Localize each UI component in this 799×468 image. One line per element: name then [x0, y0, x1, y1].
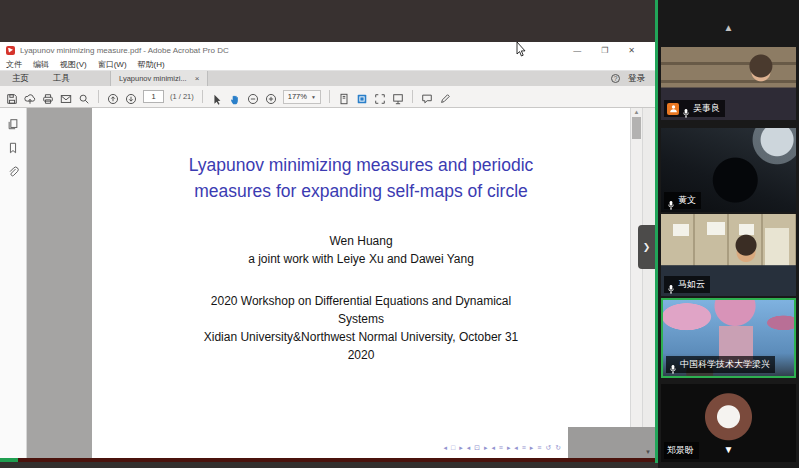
menu-window[interactable]: 窗口(W) — [98, 59, 127, 70]
next-page-icon[interactable] — [125, 91, 137, 103]
slide-event-line3: Xidian University&Northwest Normal Unive… — [92, 328, 630, 346]
save-icon[interactable] — [6, 91, 18, 103]
menu-bar: 文件 编辑 视图(V) 窗口(W) 帮助(H) — [0, 58, 655, 71]
hand-tool-icon[interactable] — [229, 91, 241, 103]
acrobat-window: Lyapunov minimizing measure.pdf - Adobe … — [0, 42, 655, 458]
letterbox-bottom — [0, 462, 658, 468]
participant-video-huangwen[interactable]: 黄文 — [661, 128, 796, 212]
participant-label: 黄文 — [664, 192, 701, 209]
scrollbar-up-icon[interactable]: ▲ — [631, 109, 642, 115]
participant-label: 马如云 — [664, 276, 710, 293]
window-title: Lyapunov minimizing measure.pdf - Adobe … — [20, 46, 229, 55]
participant-label: 中国科学技术大学梁兴 — [666, 356, 775, 373]
mic-icon — [669, 360, 677, 370]
mic-icon — [667, 280, 675, 290]
toolbar-separator — [412, 90, 413, 103]
document-area: Lyapunov minimizing measures and periodi… — [0, 108, 655, 458]
slide-event-line2: Systems — [92, 310, 630, 328]
slide-authors: Wen Huang a joint work with Leiye Xu and… — [92, 232, 630, 268]
page-count-label: (1 / 21) — [170, 92, 194, 101]
slide-title-line1: Lyapunov minimizing measures and periodi… — [92, 152, 630, 178]
host-badge-icon — [667, 103, 679, 115]
zoom-in-icon[interactable] — [265, 91, 277, 103]
previous-page-icon[interactable] — [107, 91, 119, 103]
navigation-rail — [0, 108, 27, 458]
participant-name: 中国科学技术大学梁兴 — [680, 358, 770, 371]
participant-video-liangxing-active[interactable]: 中国科学技术大学梁兴 — [661, 298, 796, 378]
slide-event-line4: 2020 — [92, 346, 630, 364]
participant-label: 吴事良 — [664, 100, 725, 117]
email-icon[interactable] — [60, 91, 72, 103]
minimize-button[interactable]: — — [573, 46, 581, 55]
select-tool-icon[interactable] — [211, 91, 223, 103]
document-tab-label: Lyapunov minimizi... — [119, 74, 187, 83]
help-icon[interactable]: ? — [611, 74, 620, 83]
tab-document[interactable]: Lyapunov minimizi... × — [110, 71, 208, 86]
scrollbar-thumb[interactable] — [632, 117, 641, 139]
tab-tools[interactable]: 工具 — [41, 73, 82, 85]
beamer-navigation-symbols[interactable]: ◂ □ ▸ ◂ ⊡ ▸ ◂ ≡ ▸ ◂ ≡ ▸ ≡ ↺ ↻ — [444, 444, 562, 452]
restore-button[interactable]: ❐ — [601, 46, 608, 55]
participants-scroll-down-icon[interactable]: ▼ — [658, 444, 799, 455]
slide-event: 2020 Workshop on Differential Equations … — [92, 292, 630, 364]
bookmarks-panel-icon[interactable] — [7, 140, 19, 152]
participant-name: 吴事良 — [693, 102, 720, 115]
participants-scroll-up-icon[interactable]: ▲ — [658, 22, 799, 33]
fullscreen-icon[interactable] — [374, 91, 386, 103]
participant-name: 马如云 — [678, 278, 705, 291]
zoom-out-icon[interactable] — [247, 91, 259, 103]
page-number-input[interactable] — [143, 90, 164, 103]
read-mode-icon[interactable] — [392, 91, 404, 103]
participant-name: 黄文 — [678, 194, 696, 207]
tools-pane-toggle-button[interactable]: ❯ — [638, 225, 655, 269]
attachments-panel-icon[interactable] — [7, 164, 19, 176]
vertical-scrollbar[interactable]: ▲ — [630, 108, 642, 458]
tab-home[interactable]: 主页 — [0, 73, 41, 85]
slide-joint-work: a joint work with Leiye Xu and Dawei Yan… — [92, 250, 630, 268]
slide-author: Wen Huang — [92, 232, 630, 250]
participant-video-maruyun[interactable]: 马如云 — [661, 214, 796, 296]
scroll-mode-icon[interactable] — [338, 91, 350, 103]
mic-icon — [682, 104, 690, 114]
menu-help[interactable]: 帮助(H) — [138, 59, 165, 70]
toolbar-separator — [202, 90, 203, 103]
mic-icon — [667, 196, 675, 206]
search-icon[interactable] — [78, 91, 90, 103]
zoom-level-value: 177% — [288, 92, 307, 101]
zoom-level-dropdown[interactable]: 177% ▼ — [283, 90, 321, 104]
toolbar: (1 / 21) 177% ▼ — [0, 86, 655, 108]
slide-title: Lyapunov minimizing measures and periodi… — [92, 152, 630, 204]
screen-share-region: Lyapunov minimizing measure.pdf - Adobe … — [0, 0, 658, 468]
highlight-pencil-icon[interactable] — [439, 91, 451, 103]
close-button[interactable]: ✕ — [628, 46, 635, 55]
chevron-down-icon: ▼ — [311, 94, 316, 100]
signin-button[interactable]: 登录 — [628, 73, 645, 85]
page-thumbnails-panel-icon[interactable] — [7, 116, 19, 128]
scrollbar-down-icon[interactable]: ▼ — [645, 449, 651, 455]
window-controls: — ❐ ✕ — [573, 46, 649, 55]
toolbar-separator — [329, 90, 330, 103]
slide-event-line1: 2020 Workshop on Differential Equations … — [92, 292, 630, 310]
upload-cloud-icon[interactable] — [24, 91, 36, 103]
toolbar-separator — [98, 90, 99, 103]
acrobat-app-icon — [6, 46, 15, 55]
slide-title-line2: measures for expanding self-maps of circ… — [92, 178, 630, 204]
menu-file[interactable]: 文件 — [6, 59, 22, 70]
menu-edit[interactable]: 编辑 — [33, 59, 49, 70]
acrobat-titlebar: Lyapunov minimizing measure.pdf - Adobe … — [0, 42, 655, 58]
menu-view[interactable]: 视图(V) — [60, 59, 87, 70]
mouse-cursor — [516, 42, 527, 58]
collapsed-tools-pane — [642, 108, 655, 458]
comment-icon[interactable] — [421, 91, 433, 103]
meeting-screen: Lyapunov minimizing measure.pdf - Adobe … — [0, 0, 799, 468]
participant-video-wushiliang[interactable]: 吴事良 — [661, 47, 796, 120]
scroll-corner-block: ▼ — [568, 427, 655, 458]
tab-bar: 主页 工具 Lyapunov minimizi... × ? 登录 — [0, 71, 655, 86]
pdf-page: Lyapunov minimizing measures and periodi… — [92, 108, 630, 458]
tab-close-icon[interactable]: × — [195, 74, 200, 83]
participants-sidebar: ▲ 吴事良 黄文 — [658, 0, 799, 468]
page-view-icon[interactable] — [356, 91, 368, 103]
print-icon[interactable] — [42, 91, 54, 103]
